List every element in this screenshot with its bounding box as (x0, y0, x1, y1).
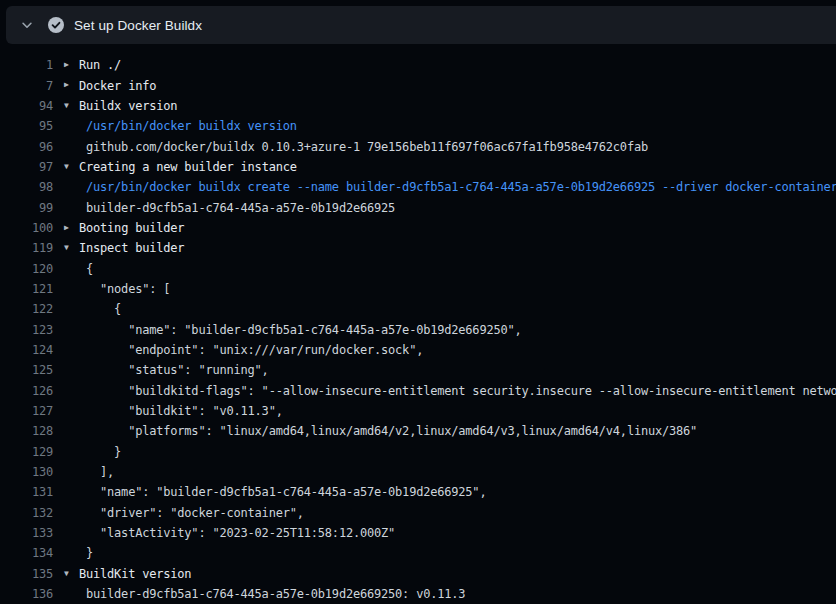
line-number[interactable]: 132 (0, 506, 53, 520)
log-output-text: builder-d9cfb5a1-c764-445a-a57e-0b19d2e6… (86, 201, 395, 215)
step-title: Set up Docker Buildx (74, 18, 202, 33)
line-number[interactable]: 128 (0, 424, 53, 438)
line-number[interactable]: 7 (0, 79, 53, 93)
log-line: 132 "driver": "docker-container", (0, 503, 836, 523)
log-output-text: "name": "builder-d9cfb5a1-c764-445a-a57e… (86, 485, 486, 499)
log-line: 131 "name": "builder-d9cfb5a1-c764-445a-… (0, 482, 836, 502)
line-number[interactable]: 135 (0, 567, 53, 581)
log-group-title[interactable]: BuildKit version (79, 567, 191, 581)
log-output-text: "buildkitd-flags": "--allow-insecure-ent… (86, 384, 836, 398)
log-output-text: "endpoint": "unix:///var/run/docker.sock… (86, 343, 423, 357)
log-group-title[interactable]: Creating a new builder instance (79, 160, 297, 174)
line-number[interactable]: 134 (0, 546, 53, 560)
line-number[interactable]: 136 (0, 587, 53, 601)
line-number[interactable]: 126 (0, 384, 53, 398)
log-line: 129 } (0, 442, 836, 462)
line-number[interactable]: 131 (0, 485, 53, 499)
log-output-text: "platforms": "linux/amd64,linux/amd64/v2… (86, 424, 697, 438)
log-output-text: "driver": "docker-container", (86, 506, 304, 520)
log-line: 1▶Run ./ (0, 55, 836, 75)
line-number[interactable]: 119 (0, 241, 53, 255)
log-line: 126 "buildkitd-flags": "--allow-insecure… (0, 381, 836, 401)
log-line: 98/usr/bin/docker buildx create --name b… (0, 177, 836, 197)
line-number[interactable]: 127 (0, 404, 53, 418)
log-output-text: builder-d9cfb5a1-c764-445a-a57e-0b19d2e6… (86, 587, 465, 601)
triangle-right-icon[interactable]: ▶ (53, 55, 73, 75)
line-number[interactable]: 95 (0, 119, 53, 133)
log-output-text: "lastActivity": "2023-02-25T11:58:12.000… (86, 526, 395, 540)
log-line: 7▶Docker info (0, 75, 836, 95)
log-line: 119▼Inspect builder (0, 238, 836, 258)
line-number[interactable]: 96 (0, 140, 53, 154)
log-line: 100▶Booting builder (0, 218, 836, 238)
log-line: 134} (0, 543, 836, 563)
line-number[interactable]: 120 (0, 262, 53, 276)
step-header[interactable]: Set up Docker Buildx (6, 6, 836, 44)
actions-log-viewer: Set up Docker Buildx 1▶Run ./7▶Docker in… (0, 0, 836, 604)
log-body: 1▶Run ./7▶Docker info94▼Buildx version95… (0, 44, 836, 604)
log-output-text: { (86, 262, 93, 276)
chevron-down-icon[interactable] (14, 12, 40, 38)
log-group-title[interactable]: Buildx version (79, 99, 177, 113)
log-output-text: "buildkit": "v0.11.3", (86, 404, 283, 418)
log-line: 99builder-d9cfb5a1-c764-445a-a57e-0b19d2… (0, 197, 836, 217)
log-line: 94▼Buildx version (0, 96, 836, 116)
line-number[interactable]: 124 (0, 343, 53, 357)
log-output-text: ], (86, 465, 114, 479)
line-number[interactable]: 130 (0, 465, 53, 479)
log-output-text: { (86, 302, 121, 316)
log-output-text: "name": "builder-d9cfb5a1-c764-445a-a57e… (86, 323, 522, 337)
line-number[interactable]: 94 (0, 99, 53, 113)
log-line: 122 { (0, 299, 836, 319)
log-line: 120{ (0, 258, 836, 278)
log-line: 135▼BuildKit version (0, 564, 836, 584)
line-number[interactable]: 123 (0, 323, 53, 337)
log-line: 123 "name": "builder-d9cfb5a1-c764-445a-… (0, 319, 836, 339)
log-line: 127 "buildkit": "v0.11.3", (0, 401, 836, 421)
log-command-text: /usr/bin/docker buildx version (86, 119, 297, 133)
line-number[interactable]: 1 (0, 58, 53, 72)
log-line: 130 ], (0, 462, 836, 482)
line-number[interactable]: 98 (0, 180, 53, 194)
line-number[interactable]: 97 (0, 160, 53, 174)
triangle-down-icon[interactable]: ▼ (53, 96, 73, 116)
log-line: 97▼Creating a new builder instance (0, 157, 836, 177)
log-output-text: github.com/docker/buildx 0.10.3+azure-1 … (86, 140, 648, 154)
line-number[interactable]: 133 (0, 526, 53, 540)
log-line: 95/usr/bin/docker buildx version (0, 116, 836, 136)
triangle-down-icon[interactable]: ▼ (53, 157, 73, 177)
log-command-text: /usr/bin/docker buildx create --name bui… (86, 180, 836, 194)
log-line: 96github.com/docker/buildx 0.10.3+azure-… (0, 136, 836, 156)
line-number[interactable]: 125 (0, 363, 53, 377)
log-output-text: "status": "running", (86, 363, 269, 377)
log-group-title[interactable]: Docker info (79, 79, 156, 93)
line-number[interactable]: 99 (0, 201, 53, 215)
line-number[interactable]: 121 (0, 282, 53, 296)
line-number[interactable]: 100 (0, 221, 53, 235)
triangle-down-icon[interactable]: ▼ (53, 238, 73, 258)
line-number[interactable]: 129 (0, 445, 53, 459)
log-group-title[interactable]: Booting builder (79, 221, 184, 235)
log-line: 136builder-d9cfb5a1-c764-445a-a57e-0b19d… (0, 584, 836, 604)
log-line: 124 "endpoint": "unix:///var/run/docker.… (0, 340, 836, 360)
log-group-title[interactable]: Inspect builder (79, 241, 184, 255)
log-output-text: } (86, 546, 93, 560)
log-output-text: } (86, 445, 121, 459)
check-circle-icon (48, 17, 64, 33)
triangle-down-icon[interactable]: ▼ (53, 564, 73, 584)
log-line: 121 "nodes": [ (0, 279, 836, 299)
log-line: 125 "status": "running", (0, 360, 836, 380)
line-number[interactable]: 122 (0, 302, 53, 316)
triangle-right-icon[interactable]: ▶ (53, 218, 73, 238)
log-group-title[interactable]: Run ./ (79, 58, 121, 72)
triangle-right-icon[interactable]: ▶ (53, 75, 73, 95)
log-line: 128 "platforms": "linux/amd64,linux/amd6… (0, 421, 836, 441)
log-output-text: "nodes": [ (86, 282, 170, 296)
log-line: 133 "lastActivity": "2023-02-25T11:58:12… (0, 523, 836, 543)
